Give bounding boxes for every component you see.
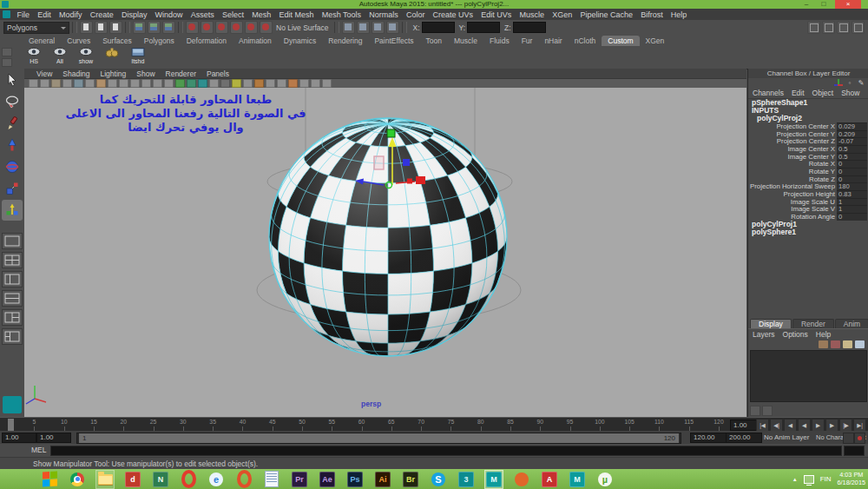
channel-value-field[interactable]: -0.07 bbox=[837, 137, 867, 145]
shelf-tab-polygons[interactable]: Polygons bbox=[138, 36, 181, 46]
shelf-tab-painteffects[interactable]: PaintEffects bbox=[368, 36, 419, 46]
shelf-tab-general[interactable]: General bbox=[23, 36, 61, 46]
select-hierarchy-icon[interactable] bbox=[133, 21, 146, 34]
shelf-tab-ncloth[interactable]: nCloth bbox=[569, 36, 602, 46]
clock[interactable]: 4:03 PM 6/18/2015 bbox=[838, 472, 865, 486]
shelf-tab-fluids[interactable]: Fluids bbox=[483, 36, 516, 46]
open-render-view-icon[interactable] bbox=[357, 21, 370, 34]
depth-of-field-icon[interactable] bbox=[266, 79, 275, 88]
grease-pencil-icon[interactable] bbox=[96, 79, 106, 88]
go-to-end-button[interactable]: ▶| bbox=[853, 419, 866, 432]
channel-box-menu-show[interactable]: Show bbox=[841, 89, 859, 97]
divider[interactable] bbox=[178, 22, 183, 33]
select-object-icon[interactable] bbox=[148, 21, 161, 34]
layer-tab-render[interactable]: Render bbox=[792, 319, 834, 328]
channel-value-field[interactable]: 0.5 bbox=[837, 145, 867, 153]
range-slider-bar[interactable]: 1 120 bbox=[76, 433, 681, 444]
manip-state-icon[interactable] bbox=[834, 79, 843, 88]
image-plane-icon[interactable] bbox=[74, 79, 83, 88]
snap-projected-center-icon[interactable] bbox=[230, 21, 243, 34]
illustrator-icon[interactable]: Ai bbox=[373, 470, 392, 489]
isolate-select-icon[interactable] bbox=[277, 79, 286, 88]
menu-edit-uvs[interactable]: Edit UVs bbox=[477, 10, 516, 19]
single-pane-layout[interactable] bbox=[2, 233, 23, 249]
shelf-tab-toon[interactable]: Toon bbox=[420, 36, 448, 46]
menu-modify[interactable]: Modify bbox=[55, 10, 86, 19]
attribute-editor-icon[interactable] bbox=[822, 21, 835, 34]
title-bar[interactable]: Autodesk Maya 2015: untitled* --- polyCy… bbox=[0, 0, 868, 9]
bookmark-icon[interactable] bbox=[62, 79, 72, 88]
shelf-switch-arrows[interactable] bbox=[2, 48, 12, 67]
panel-menu-renderer[interactable]: Renderer bbox=[161, 69, 201, 78]
channel-value-field[interactable]: 0.209 bbox=[837, 130, 867, 138]
panel-menu-show[interactable]: Show bbox=[131, 69, 160, 78]
all-eye-button[interactable]: All bbox=[49, 47, 71, 68]
hypershade-persp-layout[interactable] bbox=[2, 309, 23, 326]
open-scene-icon[interactable] bbox=[95, 21, 108, 34]
multisample-icon[interactable] bbox=[254, 79, 264, 88]
animation-start-field[interactable]: 1.00 bbox=[2, 433, 36, 443]
channel-box-menu-channels[interactable]: Channels bbox=[753, 89, 784, 97]
channel-value-field[interactable]: 180 bbox=[837, 182, 867, 190]
photoshop-icon[interactable]: Ps bbox=[345, 470, 365, 489]
menu-mesh[interactable]: Mesh bbox=[248, 10, 275, 19]
edit-pencil-icon[interactable]: ✎ bbox=[857, 79, 865, 88]
toolbox-maya-icon[interactable] bbox=[3, 396, 22, 413]
menu-normals[interactable]: Normals bbox=[365, 10, 403, 19]
coordinate-y-input[interactable] bbox=[467, 22, 500, 33]
menu-bifrost[interactable]: Bifrost bbox=[637, 10, 667, 19]
tray-expand-icon[interactable]: ▲ bbox=[792, 477, 798, 482]
playback-end-field[interactable]: 120.00 bbox=[690, 433, 727, 443]
layer-menu-help[interactable]: Help bbox=[816, 330, 831, 339]
motion-blur-icon[interactable] bbox=[243, 79, 253, 88]
channel-box-menu-object[interactable]: Object bbox=[812, 89, 834, 97]
menu-help[interactable]: Help bbox=[667, 10, 691, 19]
channel-value-field[interactable]: 0.5 bbox=[837, 153, 867, 161]
panel-menu-panels[interactable]: Panels bbox=[201, 69, 234, 78]
menu-mesh-tools[interactable]: Mesh Tools bbox=[318, 10, 365, 19]
four-pane-layout[interactable] bbox=[2, 252, 23, 268]
move-layer-down-icon[interactable] bbox=[831, 340, 840, 348]
red-d-app-icon[interactable]: d bbox=[123, 470, 142, 489]
shelf-tab-surfaces[interactable]: Surfaces bbox=[96, 36, 138, 46]
shelf-tab-xgen[interactable]: XGen bbox=[640, 36, 671, 46]
persp-outliner-layout[interactable] bbox=[2, 271, 23, 287]
bridge-icon[interactable]: Br bbox=[401, 470, 420, 489]
coordinate-z-input[interactable] bbox=[513, 22, 546, 33]
layer-list[interactable] bbox=[750, 350, 867, 402]
internet-explorer-icon[interactable]: e bbox=[207, 470, 226, 489]
shelf-tab-curves[interactable]: Curves bbox=[61, 36, 96, 46]
construction-history-icon[interactable] bbox=[342, 21, 355, 34]
channel-value-field[interactable]: 1 bbox=[837, 198, 867, 206]
use-all-lights-icon[interactable] bbox=[209, 79, 219, 88]
viewport-canvas[interactable]: طبعا المحاور قابلة للتحريك كمافي الصورة … bbox=[24, 88, 746, 417]
move-tool[interactable] bbox=[2, 135, 23, 155]
make-object-live-icon[interactable] bbox=[260, 21, 273, 34]
snap-view-plane-icon[interactable] bbox=[245, 21, 258, 34]
coordinate-x-input[interactable] bbox=[422, 22, 455, 33]
render-current-frame-icon[interactable] bbox=[372, 21, 385, 34]
command-language-label[interactable]: MEL bbox=[31, 446, 46, 454]
divider[interactable] bbox=[125, 22, 130, 33]
playback-start-field[interactable]: 1.00 bbox=[36, 433, 71, 443]
key-state-icon[interactable]: ◦ bbox=[845, 79, 854, 88]
new-layer-from-selected-icon[interactable] bbox=[855, 340, 865, 348]
shelf-tab-custom[interactable]: Custom bbox=[602, 36, 639, 46]
play-forwards-button[interactable]: ▶ bbox=[812, 419, 825, 432]
menu-select[interactable]: Select bbox=[218, 10, 247, 19]
auto-keyframe-icon[interactable] bbox=[854, 433, 865, 444]
panel-menu-view[interactable]: View bbox=[31, 69, 57, 78]
go-to-start-button[interactable]: |◀ bbox=[756, 419, 769, 432]
notepad-icon[interactable] bbox=[262, 470, 281, 489]
wireframe-on-shaded-icon[interactable] bbox=[175, 79, 185, 88]
move-layer-up-icon[interactable] bbox=[819, 340, 828, 348]
shelf-tab-fur[interactable]: Fur bbox=[516, 36, 539, 46]
show-eye-button[interactable]: show bbox=[75, 47, 97, 68]
menu-file[interactable]: File bbox=[13, 10, 34, 19]
save-scene-icon[interactable] bbox=[109, 21, 122, 34]
layer-footer-button[interactable] bbox=[750, 406, 760, 416]
panel-menu-lighting[interactable]: Lighting bbox=[95, 69, 131, 78]
anim-layer-dropdown[interactable]: No Anim Layer bbox=[764, 433, 809, 442]
select-tool[interactable] bbox=[2, 69, 23, 90]
channel-value-field[interactable]: 0 bbox=[837, 213, 867, 221]
